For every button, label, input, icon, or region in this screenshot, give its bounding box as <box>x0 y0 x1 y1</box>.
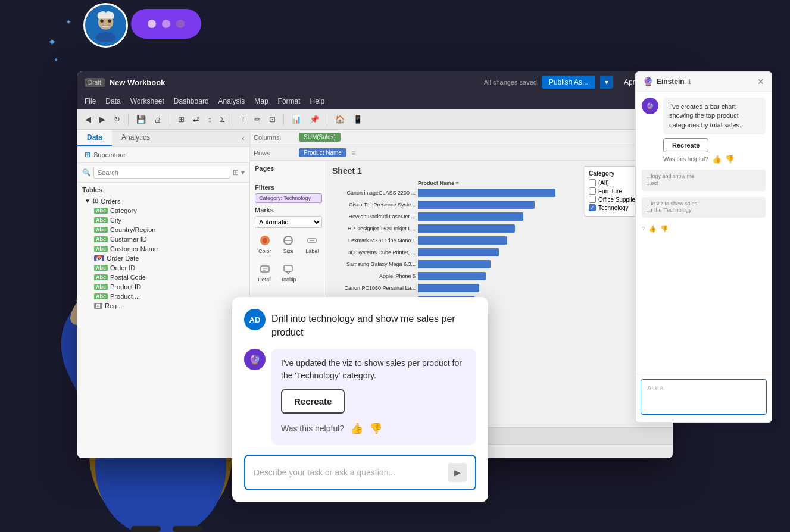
menu-file[interactable]: File <box>85 97 96 105</box>
bar-label-6: Samsung Galaxy Mega 6.3... <box>332 261 416 267</box>
toolbar-sort[interactable]: ↕ <box>205 113 215 126</box>
prev-thumbs-up[interactable]: 👍 <box>648 225 657 233</box>
publish-button[interactable]: Publish As... <box>542 76 595 89</box>
size-button[interactable]: Size <box>278 231 298 256</box>
detail-button[interactable]: Detail <box>255 260 274 285</box>
publish-dropdown[interactable]: ▾ <box>600 76 613 89</box>
menu-analysis[interactable]: Analysis <box>218 97 245 105</box>
prev-thumbs-down[interactable]: 👎 <box>660 225 669 233</box>
tooltip-button[interactable]: Tooltip <box>278 260 298 285</box>
svg-point-4 <box>108 19 111 23</box>
label-button[interactable]: Label <box>302 231 323 256</box>
datasource-icon: ⊞ <box>85 151 90 159</box>
thumbs-down-big[interactable]: 👎 <box>369 421 382 437</box>
menu-format[interactable]: Format <box>278 97 301 105</box>
top-chat-bubble <box>131 9 201 39</box>
einstein-response-bubble: I've updated the viz to show sales per p… <box>271 349 476 445</box>
bar-row-1: Cisco TelePresence Syste... <box>332 199 580 210</box>
toolbar-sum[interactable]: Σ <box>217 113 228 126</box>
thumbs-up-1[interactable]: 👍 <box>712 155 722 164</box>
big-recreate-button[interactable]: Recreate <box>281 389 345 414</box>
legend-check-all[interactable] <box>589 179 596 186</box>
filter-pill[interactable]: Category: Technology <box>255 193 322 203</box>
prev-helpful-row: ? 👍 👎 <box>642 225 766 233</box>
toolbar-back[interactable]: ◀ <box>82 113 94 126</box>
legend-check-furniture[interactable] <box>589 187 596 195</box>
bubble-dot-3 <box>176 20 185 28</box>
toolbar-print[interactable]: 🖨 <box>151 113 165 126</box>
legend-label-office: Office Supplies <box>598 196 638 203</box>
bar-track-1 <box>418 201 580 209</box>
orders-table-item[interactable]: ▼ ⊞ Orders <box>82 196 245 206</box>
field-product-name[interactable]: Abc Product ... <box>82 292 245 301</box>
einstein-panel-header: 🔮 Einstein ℹ ✕ <box>636 72 772 92</box>
recreate-button-1[interactable]: Recreate <box>663 138 708 152</box>
column-header: Product Name ≡ <box>418 180 580 186</box>
field-region[interactable]: ⊞ Reg... <box>82 301 245 311</box>
field-postal[interactable]: Abc Postal Code <box>82 273 245 282</box>
legend-check-office[interactable] <box>589 196 596 203</box>
field-category[interactable]: Abc Category <box>82 206 245 215</box>
menu-help[interactable]: Help <box>310 97 325 105</box>
menu-dashboard[interactable]: Dashboard <box>174 97 209 105</box>
menu-map[interactable]: Map <box>254 97 268 105</box>
toolbar: ◀ ▶ ↻ 💾 🖨 ⊞ ⇄ ↕ Σ T ✏ ⊡ 📊 📌 🏠 📱 ≡ Show M… <box>77 109 673 130</box>
field-order-id[interactable]: Abc Order ID <box>82 263 245 273</box>
detail-label: Detail <box>258 277 271 283</box>
einstein-input[interactable] <box>641 379 767 415</box>
toolbar-pen[interactable]: ✏ <box>251 113 264 126</box>
toolbar-chart[interactable]: 📊 <box>289 113 304 126</box>
bar-row-5: 3D Systems Cube Printer, ... <box>332 247 580 258</box>
sidebar-toggle[interactable]: ‹ <box>237 130 249 146</box>
toolbar-save[interactable]: 💾 <box>133 113 149 126</box>
field-name: Order ID <box>110 264 135 271</box>
toolbar-sep-2 <box>170 114 170 126</box>
pages-label: Pages <box>255 165 322 172</box>
toolbar-layout[interactable]: ⊡ <box>266 113 279 126</box>
toolbar-pin[interactable]: 📌 <box>307 113 322 126</box>
thumbs-down-1[interactable]: 👎 <box>725 155 735 164</box>
field-country[interactable]: Abc Country/Region <box>82 225 245 234</box>
toolbar-swap[interactable]: ⇄ <box>190 113 202 126</box>
field-customer-id[interactable]: Abc Customer ID <box>82 234 245 244</box>
menu-worksheet[interactable]: Worksheet <box>130 97 164 105</box>
legend-check-technology[interactable]: ✓ <box>589 204 596 211</box>
bar-label-2: Hewlett Packard LaserJet ... <box>332 214 416 220</box>
tab-analytics[interactable]: Analytics <box>112 130 160 146</box>
columns-pill[interactable]: SUM(Sales) <box>299 133 341 142</box>
legend-label-technology: Technology <box>598 205 629 211</box>
bar-track-7 <box>418 272 580 280</box>
field-type-abc: Abc <box>94 227 108 233</box>
sort-icon[interactable]: ▾ <box>241 168 245 177</box>
bar-fill-0 <box>418 189 555 197</box>
field-city[interactable]: Abc City <box>82 215 245 225</box>
field-product-id[interactable]: Abc Product ID <box>82 282 245 292</box>
field-order-date[interactable]: 📅 Order Date <box>82 254 245 263</box>
filter-icon[interactable]: ⊞ <box>233 168 239 177</box>
thumbs-up-big[interactable]: 👍 <box>350 421 363 437</box>
color-button[interactable]: Color <box>255 231 274 256</box>
einstein-info-icon: ℹ <box>688 79 691 85</box>
einstein-bubble-1: I've created a bar chart showing the top… <box>663 98 766 134</box>
tab-data[interactable]: Data <box>77 130 112 146</box>
menu-data[interactable]: Data <box>105 97 120 105</box>
einstein-close-button[interactable]: ✕ <box>757 77 764 86</box>
field-customer-name[interactable]: Abc Customer Name <box>82 244 245 254</box>
svg-rect-14 <box>284 265 292 271</box>
toolbar-device[interactable]: 📱 <box>350 113 366 126</box>
search-input[interactable] <box>93 167 230 179</box>
marks-type-select[interactable]: Automatic <box>255 216 322 228</box>
toolbar-forward[interactable]: ▶ <box>96 113 108 126</box>
toolbar-text[interactable]: T <box>238 113 249 126</box>
toolbar-home[interactable]: 🏠 <box>332 113 348 126</box>
tables-label: Tables <box>82 186 245 193</box>
toolbar-data[interactable]: ⊞ <box>175 113 188 126</box>
toolbar-sep-3 <box>233 114 233 126</box>
sidebar-tabs: Data Analytics ‹ <box>77 130 249 147</box>
chat-submit-button[interactable]: ▶ <box>448 463 467 482</box>
toolbar-redo[interactable]: ↻ <box>111 113 123 126</box>
einstein-face-icon <box>89 9 122 42</box>
field-name: Product ID <box>110 283 141 290</box>
toolbar-sep-4 <box>283 114 284 126</box>
rows-pill[interactable]: Product Name <box>299 148 346 157</box>
